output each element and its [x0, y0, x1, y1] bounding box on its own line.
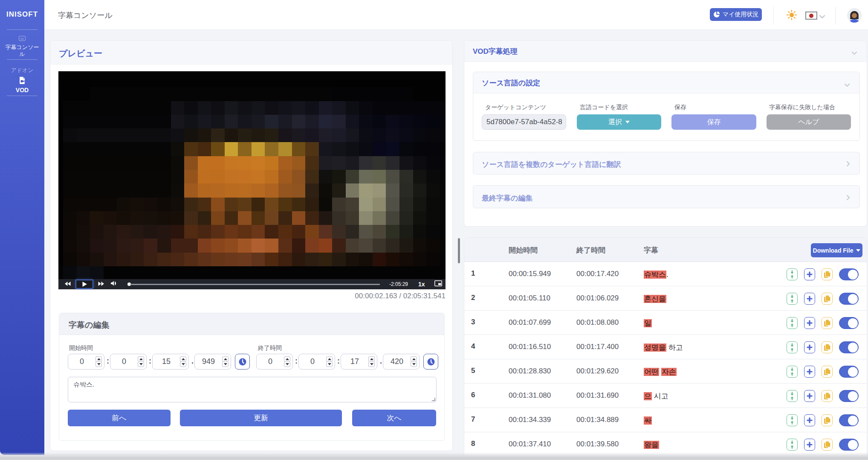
svg-text:cc: cc	[20, 37, 24, 41]
